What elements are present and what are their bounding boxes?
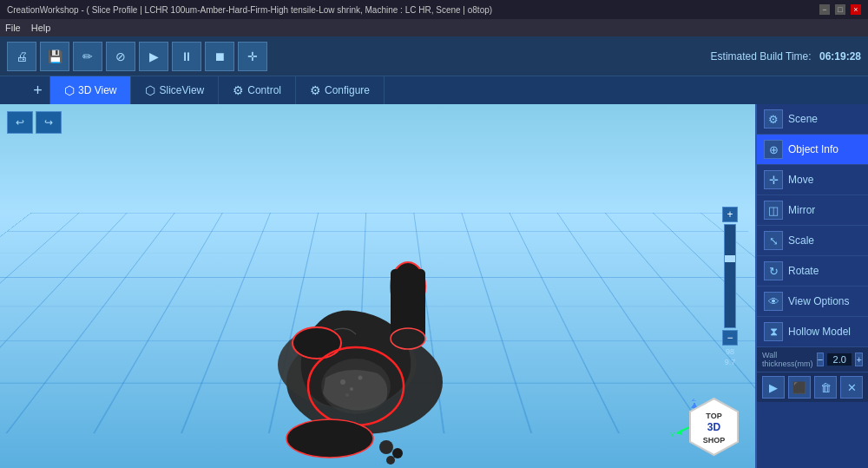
scene-btn[interactable]: ⚙ Scene <box>757 104 868 135</box>
hollow-model-icon: ⧗ <box>764 322 783 341</box>
zoom-control: + − 98 9.7 <box>722 207 738 366</box>
object-info-btn[interactable]: ⊕ Object Info <box>757 135 868 165</box>
cancel-btn[interactable]: ⊘ <box>106 42 135 71</box>
tab-configure-label: Configure <box>325 84 370 96</box>
scene-icon: ⚙ <box>764 109 783 129</box>
svg-point-14 <box>392 448 403 458</box>
right-panel: ⚙ Scene ⊕ Object Info ✛ Move ◫ Mirror ⤡ … <box>755 104 868 468</box>
menubar: File Help <box>0 19 868 36</box>
zoom-out-btn[interactable]: − <box>722 330 738 346</box>
play-action-btn[interactable]: ▶ <box>762 376 785 399</box>
stop-btn[interactable]: ⏹ <box>205 42 234 71</box>
model-3d <box>174 191 521 468</box>
add-btn[interactable]: ✛ <box>238 42 267 71</box>
close-action-btn[interactable]: ✕ <box>840 376 863 399</box>
window-controls[interactable]: − □ × <box>819 4 861 15</box>
stop-action-btn[interactable]: ⬛ <box>788 376 811 399</box>
tab-sliceview[interactable]: ⬡ SliceView <box>131 76 219 104</box>
zoom-sublevel-value: 9.7 <box>725 358 736 366</box>
maximize-btn[interactable]: □ <box>835 4 845 15</box>
tab-3dview[interactable]: ⬡ 3D View <box>50 76 131 104</box>
build-time-label: Estimated Build Time: <box>711 50 812 63</box>
tab-configure[interactable]: ⚙ Configure <box>296 76 385 104</box>
svg-point-13 <box>379 440 393 454</box>
toolbar: 🖨 💾 ✏ ⊘ ▶ ⏸ ⏹ ✛ Estimated Build Time: 06… <box>0 36 868 76</box>
logo-line1: TOP <box>706 412 721 420</box>
save-btn[interactable]: 💾 <box>40 42 69 71</box>
object-info-icon: ⊕ <box>764 140 783 159</box>
build-time: Estimated Build Time: 06:19:28 <box>711 50 861 63</box>
wall-thickness-label: Wall thickness(mm) <box>762 351 813 368</box>
scale-label: Scale <box>788 234 814 247</box>
tab-control[interactable]: ⚙ Control <box>219 76 296 104</box>
print-btn[interactable]: 🖨 <box>7 42 36 71</box>
undo-controls: ↩ ↪ <box>7 111 62 134</box>
rotate-btn[interactable]: ↻ Rotate <box>757 256 868 287</box>
pause-btn[interactable]: ⏸ <box>172 42 201 71</box>
menu-help[interactable]: Help <box>31 23 51 33</box>
view-options-icon: 👁 <box>764 292 783 311</box>
zoom-bar[interactable] <box>724 224 736 328</box>
tab-3dview-label: 3D View <box>78 84 116 96</box>
titlebar: CreationWorkshop - ( Slice Profile | LCH… <box>0 0 868 19</box>
build-time-value: 06:19:28 <box>819 50 861 63</box>
zoom-in-btn[interactable]: + <box>722 207 738 222</box>
logo-line3: SHOP <box>703 436 726 445</box>
viewport-3d[interactable]: ↩ ↪ <box>0 104 755 468</box>
move-icon: ✛ <box>764 170 783 189</box>
rotate-icon: ↻ <box>764 261 783 280</box>
object-info-label: Object Info <box>788 143 838 155</box>
main-content: ↩ ↪ <box>0 104 868 468</box>
hollow-model-btn[interactable]: ⧗ Hollow Model <box>757 317 868 347</box>
play-btn[interactable]: ▶ <box>139 42 168 71</box>
tab-sliceview-label: SliceView <box>159 84 204 96</box>
svg-text:Y: Y <box>670 431 675 438</box>
view-options-btn[interactable]: 👁 View Options <box>757 287 868 317</box>
wall-thickness-plus-btn[interactable]: + <box>855 353 863 366</box>
undo-btn[interactable]: ↩ <box>7 111 33 134</box>
new-tab-btn[interactable]: + <box>26 76 50 104</box>
mirror-label: Mirror <box>788 204 815 216</box>
minimize-btn[interactable]: − <box>819 4 830 15</box>
bottom-action-icons: ▶ ⬛ 🗑 ✕ <box>757 372 868 402</box>
zoom-handle[interactable] <box>725 255 735 262</box>
hollow-model-label: Hollow Model <box>788 326 851 338</box>
wall-thickness-value: 2.0 <box>827 353 852 366</box>
svg-point-2 <box>293 327 341 359</box>
svg-point-8 <box>340 379 345 385</box>
svg-point-10 <box>358 376 363 380</box>
svg-point-15 <box>386 456 395 465</box>
svg-point-5 <box>391 328 425 349</box>
mirror-icon: ◫ <box>764 201 783 220</box>
mirror-btn[interactable]: ◫ Mirror <box>757 195 868 226</box>
view-options-label: View Options <box>788 295 849 307</box>
scene-label: Scene <box>788 113 818 125</box>
logo-line2: 3D <box>707 421 721 433</box>
redo-btn[interactable]: ↪ <box>36 111 62 134</box>
close-btn[interactable]: × <box>851 4 861 15</box>
top3dshop-logo: TOP 3D SHOP <box>681 394 746 459</box>
rotate-label: Rotate <box>788 265 819 277</box>
tabbar: + ⬡ 3D View ⬡ SliceView ⚙ Control ⚙ Conf… <box>0 76 868 104</box>
edit-btn[interactable]: ✏ <box>73 42 102 71</box>
scale-btn[interactable]: ⤡ Scale <box>757 226 868 256</box>
menu-file[interactable]: File <box>5 23 21 33</box>
title-text: CreationWorkshop - ( Slice Profile | LCH… <box>7 5 492 15</box>
scale-icon: ⤡ <box>764 231 783 250</box>
zoom-level-value: 98 <box>726 347 734 356</box>
svg-point-12 <box>286 419 373 458</box>
delete-action-btn[interactable]: 🗑 <box>814 376 837 399</box>
tab-control-label: Control <box>247 84 281 96</box>
svg-point-11 <box>345 393 349 397</box>
wall-thickness-control: Wall thickness(mm) − 2.0 + <box>757 347 868 372</box>
move-btn[interactable]: ✛ Move <box>757 165 868 195</box>
move-label: Move <box>788 174 813 186</box>
wall-thickness-minus-btn[interactable]: − <box>817 353 825 366</box>
svg-point-9 <box>350 387 353 391</box>
